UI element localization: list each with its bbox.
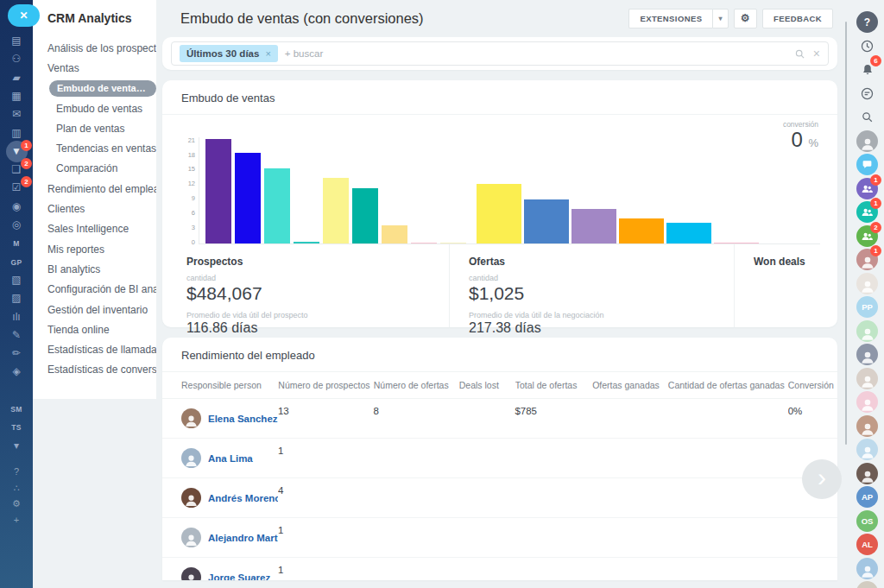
- ts-app-icon[interactable]: TS: [0, 419, 33, 435]
- column-header-7[interactable]: Conversión: [788, 380, 837, 390]
- close-menu-button[interactable]: ✕: [8, 4, 40, 27]
- help-icon[interactable]: ?: [0, 464, 33, 480]
- search-icon[interactable]: [794, 48, 805, 60]
- sidebar-item-14[interactable]: Tienda online: [33, 319, 156, 339]
- sidebar-item-7[interactable]: Rendimiento del empleado: [33, 179, 156, 199]
- sidebar-item-9[interactable]: Sales Intelligence: [33, 219, 156, 239]
- sidebar-item-2[interactable]: Embudo de ventas (co...: [33, 79, 156, 98]
- person-link[interactable]: Jorge Suarez: [208, 572, 270, 581]
- person-link[interactable]: Alejandro Martínez: [208, 533, 278, 543]
- sm-app-icon[interactable]: SM: [0, 401, 33, 417]
- search-input[interactable]: Últimos 30 días × + buscar ×: [171, 41, 829, 66]
- group-chat-teal-icon[interactable]: 1: [856, 201, 878, 223]
- sidebar-item-15[interactable]: Estadísticas de llamadas: [33, 339, 156, 359]
- invite-users-icon[interactable]: 1: [856, 178, 878, 199]
- table-row[interactable]: Elena Sanchez138$7850%: [162, 399, 837, 439]
- live-feed-icon[interactable]: ▤: [0, 33, 33, 49]
- contact-avatar-7[interactable]: [856, 415, 878, 437]
- contact-initials-pp[interactable]: PP: [856, 296, 878, 318]
- employees-icon[interactable]: ⚇: [0, 51, 33, 67]
- column-header-4[interactable]: Total de ofertas: [515, 380, 593, 390]
- video-calls-icon[interactable]: ◉: [0, 199, 33, 215]
- contact-avatar-1[interactable]: 1: [856, 249, 878, 270]
- search-icon[interactable]: [856, 106, 878, 128]
- column-header-1[interactable]: Número de prospectos: [278, 380, 373, 390]
- right-rail-scrollbar[interactable]: [845, 22, 847, 445]
- sidebar-item-6[interactable]: Comparación: [33, 159, 156, 179]
- crm-icon[interactable]: ▰: [0, 70, 33, 86]
- sales-funnel-icon[interactable]: ▼1: [0, 143, 33, 160]
- column-header-6[interactable]: Cantidad de ofertas ganadas: [668, 380, 788, 390]
- e-sign-icon[interactable]: ✏: [0, 345, 33, 362]
- help-icon[interactable]: ?: [856, 11, 878, 33]
- contact-initials-os[interactable]: OS: [856, 510, 878, 532]
- sidebar-item-1[interactable]: Ventas: [33, 58, 156, 78]
- sidebar-item-12[interactable]: Configuración de BI analy...: [33, 280, 156, 300]
- settings-button[interactable]: ⚙: [734, 9, 757, 28]
- gp-app-icon[interactable]: GP: [0, 254, 33, 270]
- group-chat-green-icon[interactable]: 2: [856, 225, 878, 247]
- table-row[interactable]: Ana Lima1: [162, 439, 837, 478]
- contact-avatar-3[interactable]: [856, 320, 878, 342]
- table-scroll-right-button[interactable]: ›: [802, 459, 842, 499]
- contact-avatar-8[interactable]: [856, 439, 878, 460]
- sidebar-item-4[interactable]: Plan de ventas: [33, 118, 156, 138]
- sidebar-item-3[interactable]: Embudo de ventas: [33, 98, 156, 118]
- person-link[interactable]: Ana Lima: [208, 453, 253, 464]
- tasks-icon[interactable]: ☑2: [0, 180, 33, 196]
- person-link[interactable]: Andrés Moreno: [208, 493, 278, 503]
- contact-avatar-9[interactable]: [856, 463, 878, 484]
- sidebar-item-13[interactable]: Gestión del inventario: [33, 300, 156, 319]
- add-icon[interactable]: +: [0, 512, 33, 528]
- column-header-5[interactable]: Ofertas ganadas: [592, 380, 668, 390]
- contact-initials-ap[interactable]: AP: [856, 486, 878, 508]
- bi-analytics-icon[interactable]: ılı: [0, 309, 33, 326]
- person-link[interactable]: Elena Sanchez: [208, 414, 278, 424]
- documents-icon[interactable]: ▨: [0, 290, 33, 307]
- clear-search-icon[interactable]: ×: [813, 47, 820, 60]
- support-chat-icon[interactable]: [856, 154, 878, 175]
- filter-card: Últimos 30 días × + buscar ×: [162, 37, 837, 70]
- messenger-icon[interactable]: ❑2: [0, 161, 33, 178]
- sidebar-item-8[interactable]: Clientes: [33, 199, 156, 218]
- sidebar-item-16[interactable]: Estadísticas de conversac...: [33, 360, 156, 380]
- contact-avatar-6[interactable]: [856, 391, 878, 413]
- forms-icon[interactable]: ✎: [0, 327, 33, 344]
- column-header-0[interactable]: Responsible person: [181, 380, 278, 390]
- notifications-icon[interactable]: 6: [856, 59, 878, 80]
- market-icon[interactable]: ▧: [0, 272, 33, 288]
- contact-center-icon[interactable]: ▥: [0, 125, 33, 142]
- feedback-button[interactable]: FEEDBACK: [762, 9, 833, 28]
- extensions-button[interactable]: EXTENSIONES: [628, 9, 712, 28]
- automation-icon[interactable]: ◈: [0, 364, 33, 380]
- marketing-icon[interactable]: ◎: [0, 217, 33, 233]
- contact-avatar-11[interactable]: [856, 581, 878, 588]
- contact-avatar-4[interactable]: [856, 344, 878, 365]
- contact-avatar-5[interactable]: [856, 368, 878, 389]
- settings-icon[interactable]: ⚙: [0, 496, 33, 512]
- developer-icon[interactable]: [0, 383, 33, 399]
- extensions-caret-button[interactable]: ▾: [712, 9, 728, 28]
- contact-initials-al[interactable]: AL: [856, 534, 878, 555]
- sidebar-item-11[interactable]: BI analytics: [33, 259, 156, 279]
- user-avatar[interactable]: [856, 130, 878, 152]
- filter-chip[interactable]: Últimos 30 días ×: [180, 45, 278, 62]
- m-app-icon[interactable]: M: [0, 235, 33, 251]
- contact-avatar-10[interactable]: [856, 558, 878, 579]
- mail-icon[interactable]: ✉: [0, 106, 33, 123]
- sidebar-item-10[interactable]: Mis reportes: [33, 239, 156, 259]
- column-header-2[interactable]: Número de ofertas: [374, 380, 459, 390]
- filter-chip-remove-icon[interactable]: ×: [265, 48, 270, 59]
- more-icon[interactable]: ▾: [0, 438, 33, 454]
- sidebar-item-0[interactable]: Análisis de los prospectos: [33, 38, 156, 58]
- contact-avatar-2[interactable]: [856, 273, 878, 294]
- planner-icon[interactable]: [856, 83, 878, 104]
- table-row[interactable]: Alejandro Martínez1: [162, 518, 837, 558]
- column-header-3[interactable]: Deals lost: [459, 380, 515, 390]
- calendar-icon[interactable]: ▦: [0, 88, 33, 104]
- sidebar-item-5[interactable]: Tendencias en ventas: [33, 138, 156, 158]
- time-manager-icon[interactable]: [856, 35, 878, 57]
- sitemap-icon[interactable]: ∴: [0, 480, 33, 496]
- table-row[interactable]: Andrés Moreno4: [162, 478, 837, 518]
- table-row[interactable]: Jorge Suarez1: [162, 558, 837, 580]
